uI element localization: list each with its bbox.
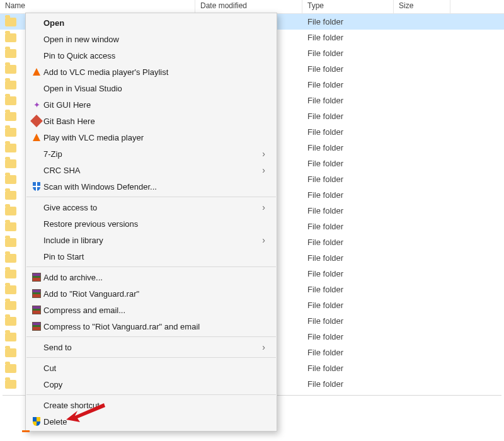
menu-add-vlc-playlist-label: Add to VLC media player's Playlist <box>43 67 265 77</box>
menu-7zip[interactable]: 7-Zip › <box>26 146 277 162</box>
cell-type: File folder <box>302 301 394 310</box>
cell-type: File folder <box>302 364 394 373</box>
menu-open-new-window-label: Open in new window <box>43 35 265 44</box>
folder-icon <box>5 144 16 152</box>
menu-create-shortcut[interactable]: Create shortcut <box>26 397 277 413</box>
menu-create-shortcut-label: Create shortcut <box>43 401 265 410</box>
folder-icon <box>5 65 16 74</box>
cell-type: File folder <box>302 17 394 26</box>
cell-type: File folder <box>302 96 394 105</box>
menu-pin-quick-access-label: Pin to Quick access <box>43 51 265 60</box>
menu-add-vlc-playlist[interactable]: Add to VLC media player's Playlist <box>26 64 277 80</box>
menu-add-archive-label: Add to archive... <box>43 273 265 282</box>
winrar-icon <box>30 289 43 298</box>
submenu-arrow-icon: › <box>262 342 265 352</box>
menu-open[interactable]: Open <box>26 14 277 31</box>
menu-separator <box>26 394 276 395</box>
cell-type: File folder <box>302 285 394 294</box>
cell-type: File folder <box>302 33 394 42</box>
git-bash-icon <box>30 117 43 125</box>
cell-type: File folder <box>302 332 394 341</box>
menu-compress-email-label: Compress and email... <box>43 306 265 315</box>
menu-pin-quick-access[interactable]: Pin to Quick access <box>26 47 277 64</box>
folder-icon <box>5 301 16 310</box>
cell-type: File folder <box>302 316 394 326</box>
menu-copy[interactable]: Copy <box>26 376 277 392</box>
menu-pin-start[interactable]: Pin to Start <box>26 248 277 265</box>
folder-icon <box>5 159 16 168</box>
cell-type: File folder <box>302 112 394 121</box>
cell-type: File folder <box>302 127 394 137</box>
winrar-icon <box>30 306 43 314</box>
menu-delete-label: Delete <box>43 417 265 427</box>
menu-separator <box>26 266 276 267</box>
folder-icon <box>5 285 16 294</box>
vlc-icon <box>30 134 43 141</box>
column-header-size[interactable]: Size <box>394 0 450 13</box>
folder-icon <box>5 333 16 341</box>
folder-icon <box>5 112 16 121</box>
menu-include-library-label: Include in library <box>43 236 262 245</box>
cell-type: File folder <box>302 49 394 58</box>
menu-open-label: Open <box>43 18 265 28</box>
menu-open-new-window[interactable]: Open in new window <box>26 31 277 47</box>
menu-compress-named-email-label: Compress to "Riot Vanguard.rar" and emai… <box>43 322 265 331</box>
menu-git-gui[interactable]: ✦ Git GUI Here <box>26 96 277 113</box>
menu-compress-email[interactable]: Compress and email... <box>26 302 277 318</box>
menu-git-gui-label: Git GUI Here <box>43 100 265 110</box>
cell-type: File folder <box>302 190 394 200</box>
folder-icon <box>5 238 16 247</box>
menu-delete[interactable]: Delete <box>26 413 277 430</box>
submenu-arrow-icon: › <box>262 202 265 212</box>
menu-restore-previous[interactable]: Restore previous versions <box>26 215 277 232</box>
menu-separator <box>26 336 276 337</box>
folder-icon <box>5 254 16 263</box>
submenu-arrow-icon: › <box>262 165 265 175</box>
cell-type: File folder <box>302 206 394 215</box>
cell-type: File folder <box>302 238 394 247</box>
menu-separator <box>26 357 276 358</box>
column-header-name[interactable]: Name <box>0 0 195 13</box>
menu-play-vlc-label: Play with VLC media player <box>43 133 265 142</box>
menu-separator <box>26 197 276 197</box>
cell-type: File folder <box>302 64 394 74</box>
menu-crc-sha-label: CRC SHA <box>43 166 262 175</box>
cell-type: File folder <box>302 253 394 263</box>
menu-scan-defender[interactable]: Scan with Windows Defender... <box>26 178 277 195</box>
folder-icon <box>5 380 16 389</box>
explorer-window: Name Date modified Type Size File folder… <box>0 0 504 441</box>
folder-icon <box>5 317 16 326</box>
menu-add-archive[interactable]: Add to archive... <box>26 269 277 285</box>
cell-type: File folder <box>302 143 394 152</box>
cell-type: File folder <box>302 222 394 231</box>
menu-scan-defender-label: Scan with Windows Defender... <box>43 182 265 192</box>
menu-give-access-label: Give access to <box>43 203 262 212</box>
vlc-icon <box>30 68 43 76</box>
cell-type: File folder <box>302 175 394 184</box>
folder-icon <box>5 191 16 200</box>
context-menu: Open Open in new window Pin to Quick acc… <box>25 13 277 432</box>
cell-type: File folder <box>302 159 394 168</box>
folder-icon <box>5 18 16 26</box>
winrar-icon <box>30 273 43 282</box>
column-header-type[interactable]: Type <box>302 0 394 13</box>
uac-shield-icon <box>30 417 43 426</box>
menu-send-to[interactable]: Send to › <box>26 339 277 355</box>
folder-icon <box>5 175 16 184</box>
menu-give-access[interactable]: Give access to › <box>26 199 277 215</box>
menu-cut[interactable]: Cut <box>26 360 277 376</box>
menu-include-library[interactable]: Include in library › <box>26 232 277 248</box>
menu-send-to-label: Send to <box>43 343 262 352</box>
menu-compress-named-email[interactable]: Compress to "Riot Vanguard.rar" and emai… <box>26 318 277 335</box>
menu-crc-sha[interactable]: CRC SHA › <box>26 162 277 178</box>
column-header-date[interactable]: Date modified <box>195 0 302 13</box>
menu-play-vlc[interactable]: Play with VLC media player <box>26 129 277 146</box>
menu-add-named-rar[interactable]: Add to "Riot Vanguard.rar" <box>26 285 277 302</box>
submenu-arrow-icon: › <box>262 235 265 245</box>
menu-copy-label: Copy <box>43 380 265 389</box>
menu-open-visual-studio-label: Open in Visual Studio <box>43 84 265 93</box>
folder-icon <box>5 270 16 278</box>
menu-open-visual-studio[interactable]: Open in Visual Studio <box>26 80 277 96</box>
menu-git-bash[interactable]: Git Bash Here <box>26 113 277 129</box>
cell-type: File folder <box>302 379 394 389</box>
